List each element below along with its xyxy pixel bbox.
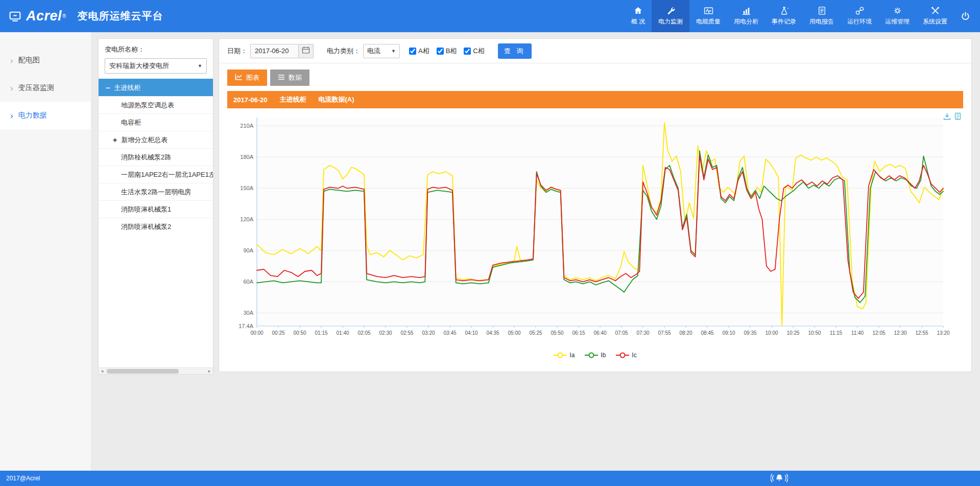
phase-a-option[interactable]: A相 bbox=[409, 47, 429, 56]
svg-text:07:55: 07:55 bbox=[658, 330, 671, 336]
svg-text:07:30: 07:30 bbox=[636, 330, 649, 336]
nav-item-environment[interactable]: 运行环境 bbox=[841, 0, 878, 32]
logo-registered-mark: ® bbox=[62, 13, 66, 19]
sidebar-item-distribution-diagram[interactable]: › 配电图 bbox=[0, 47, 91, 74]
app-window: Acrel ® 变电所运维云平台 概 况 电力监测 电能质量 用电分析 bbox=[0, 0, 980, 486]
station-tree-panel: 变电所名称： 安科瑞新大楼变电所 ▼ − 主进线柜 地源热泵空调总表 电容柜 +… bbox=[98, 38, 213, 375]
chart-title-device: 主进线柜 bbox=[280, 95, 306, 104]
svg-text:60A: 60A bbox=[243, 279, 253, 285]
station-select[interactable]: 安科瑞新大楼变电所 ▼ bbox=[105, 58, 207, 74]
phase-checkbox-group: A相 B相 C相 bbox=[409, 47, 485, 56]
svg-text:180A: 180A bbox=[240, 154, 253, 160]
svg-text:10:50: 10:50 bbox=[808, 330, 821, 336]
tree-item[interactable]: 消防喷淋机械泵1 bbox=[99, 200, 213, 218]
sidebar-item-label: 配电图 bbox=[18, 56, 40, 65]
svg-text:04:10: 04:10 bbox=[465, 330, 477, 336]
data-view-icon[interactable] bbox=[954, 112, 961, 120]
nav-item-power-monitoring[interactable]: 电力监测 bbox=[652, 0, 689, 32]
tree-item[interactable]: 一层南1APE2右一层北1APE1左 bbox=[99, 166, 213, 183]
gear-icon bbox=[893, 6, 902, 15]
svg-text:09:10: 09:10 bbox=[722, 330, 735, 336]
svg-text:05:00: 05:00 bbox=[508, 330, 520, 336]
phase-a-checkbox[interactable] bbox=[409, 48, 416, 55]
svg-text:00:25: 00:25 bbox=[272, 330, 284, 336]
svg-text:00:00: 00:00 bbox=[250, 330, 263, 336]
nav-label: 用电报告 bbox=[809, 17, 834, 26]
tree-item[interactable]: 消防喷淋机械泵2 bbox=[99, 218, 213, 235]
current-line-chart[interactable]: 17.4A30A60A90A120A150A180A210A00:0000:25… bbox=[227, 110, 952, 350]
phase-c-checkbox[interactable] bbox=[464, 48, 471, 55]
svg-text:04:35: 04:35 bbox=[486, 330, 499, 336]
sidebar-item-transformer-monitoring[interactable]: › 变压器监测 bbox=[0, 74, 91, 102]
svg-text:120A: 120A bbox=[240, 216, 253, 222]
tree-horizontal-scrollbar[interactable]: ◂ ▸ bbox=[99, 367, 213, 374]
scrollbar-thumb[interactable] bbox=[107, 369, 179, 374]
nav-label: 电能质量 bbox=[696, 17, 721, 26]
tree-item[interactable]: 电容柜 bbox=[99, 113, 213, 131]
nav-item-event-log[interactable]: 事件记录 bbox=[765, 0, 803, 32]
download-icon[interactable] bbox=[943, 112, 951, 120]
svg-text:06:15: 06:15 bbox=[572, 330, 585, 336]
scroll-right-arrow[interactable]: ▸ bbox=[206, 368, 213, 374]
expand-icon[interactable]: + bbox=[113, 136, 117, 144]
svg-text:03:20: 03:20 bbox=[422, 330, 435, 336]
calendar-button[interactable] bbox=[298, 44, 314, 58]
svg-text:30A: 30A bbox=[243, 310, 253, 316]
legend-item-Ia[interactable]: Ia bbox=[554, 352, 575, 359]
sidebar-item-power-data[interactable]: › 电力数据 bbox=[0, 102, 91, 129]
collapse-icon[interactable]: − bbox=[106, 84, 110, 92]
phase-c-option[interactable]: C相 bbox=[464, 47, 484, 56]
nav-item-ops-management[interactable]: 运维管理 bbox=[878, 0, 916, 32]
svg-text:150A: 150A bbox=[240, 185, 253, 191]
legend-item-Ib[interactable]: Ib bbox=[585, 352, 606, 359]
event-flask-icon bbox=[779, 6, 789, 15]
svg-text:13:20: 13:20 bbox=[937, 330, 949, 336]
nav-item-system-settings[interactable]: 系统设置 bbox=[916, 0, 954, 32]
tab-data[interactable]: 数据 bbox=[270, 70, 309, 86]
legend-item-Ic[interactable]: Ic bbox=[616, 352, 636, 359]
tree-item[interactable]: 地源热泵空调总表 bbox=[99, 96, 213, 113]
nav-label: 运行环境 bbox=[847, 17, 872, 26]
phase-b-option[interactable]: B相 bbox=[437, 47, 457, 56]
nav-item-overview[interactable]: 概 况 bbox=[625, 0, 652, 32]
tree-item[interactable]: + 新增分立柜总表 bbox=[99, 131, 213, 148]
power-button[interactable] bbox=[954, 0, 980, 32]
nav-item-power-quality[interactable]: 电能质量 bbox=[689, 0, 727, 32]
svg-text:01:15: 01:15 bbox=[315, 330, 327, 336]
svg-text:17.4A: 17.4A bbox=[238, 323, 253, 329]
chart-title-metric: 电流数据(A) bbox=[319, 95, 354, 104]
svg-text:90A: 90A bbox=[243, 247, 253, 253]
nav-label: 电力监测 bbox=[658, 17, 683, 26]
query-button[interactable]: 查 询 bbox=[498, 43, 532, 59]
nav-item-usage-analysis[interactable]: 用电分析 bbox=[727, 0, 765, 32]
tree-item-main-incoming-cabinet[interactable]: − 主进线柜 bbox=[99, 79, 213, 96]
date-input[interactable]: 2017-06-20 bbox=[250, 44, 298, 58]
scrollbar-track[interactable] bbox=[106, 368, 206, 374]
nav-item-usage-report[interactable]: 用电报告 bbox=[803, 0, 841, 32]
nav-label: 事件记录 bbox=[772, 17, 796, 26]
power-type-select[interactable]: 电流 ▼ bbox=[363, 44, 400, 58]
svg-text:10:00: 10:00 bbox=[765, 330, 778, 336]
chevron-right-icon: › bbox=[10, 84, 13, 92]
station-select-value: 安科瑞新大楼变电所 bbox=[109, 61, 169, 71]
svg-text:08:45: 08:45 bbox=[701, 330, 713, 336]
tab-chart[interactable]: 图表 bbox=[227, 70, 267, 86]
sidebar-item-label: 变压器监测 bbox=[18, 83, 54, 92]
svg-text:01:40: 01:40 bbox=[336, 330, 349, 336]
top-header: Acrel ® 变电所运维云平台 概 况 电力监测 电能质量 用电分析 bbox=[0, 0, 980, 32]
phase-b-checkbox[interactable] bbox=[437, 48, 444, 55]
power-type-label: 电力类别： bbox=[327, 47, 360, 56]
scroll-left-arrow[interactable]: ◂ bbox=[99, 368, 106, 374]
svg-text:06:40: 06:40 bbox=[593, 330, 606, 336]
station-name-label: 变电所名称： bbox=[99, 39, 213, 58]
chart-title-bar: 2017-06-20 主进线柜 电流数据(A) bbox=[227, 91, 963, 108]
alarm-bell-icon[interactable] bbox=[771, 472, 788, 485]
main-panel: 日期： 2017-06-20 电力类别： 电流 ▼ A相 bbox=[219, 38, 972, 372]
tree-item[interactable]: 消防栓机械泵2路 bbox=[99, 148, 213, 166]
svg-text:12:55: 12:55 bbox=[915, 330, 928, 336]
chevron-down-icon: ▼ bbox=[391, 49, 396, 54]
bar-chart-icon bbox=[742, 6, 751, 15]
tree-item[interactable]: 生活水泵2路一层弱电房 bbox=[99, 183, 213, 200]
chart-legend: IaIbIc bbox=[227, 352, 963, 359]
main-nav: 概 况 电力监测 电能质量 用电分析 事件记录 用电报告 bbox=[625, 0, 980, 32]
